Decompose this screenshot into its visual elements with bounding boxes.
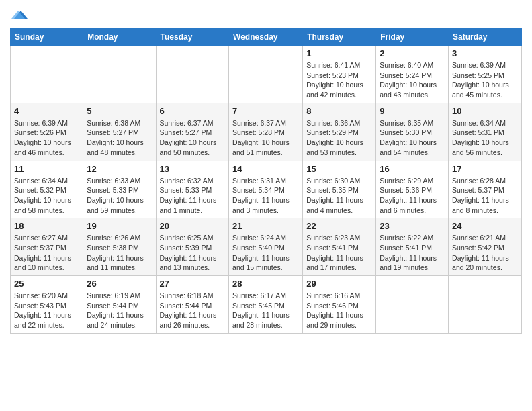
day-info: Sunrise: 6:39 AMSunset: 5:25 PMDaylight:… (452, 60, 518, 100)
calendar-cell: 24Sunrise: 6:21 AMSunset: 5:42 PMDayligh… (449, 218, 522, 276)
day-info: Sunrise: 6:27 AMSunset: 5:37 PMDaylight:… (14, 233, 79, 273)
calendar-week-row: 25Sunrise: 6:20 AMSunset: 5:43 PMDayligh… (11, 276, 522, 334)
calendar-cell (229, 46, 303, 103)
day-of-week-header: Sunday (11, 29, 83, 46)
calendar-cell: 4Sunrise: 6:39 AMSunset: 5:26 PMDaylight… (11, 103, 83, 161)
calendar-cell: 3Sunrise: 6:39 AMSunset: 5:25 PMDaylight… (449, 46, 522, 103)
day-of-week-header: Thursday (303, 29, 376, 46)
day-number: 22 (306, 221, 372, 231)
day-info: Sunrise: 6:20 AMSunset: 5:43 PMDaylight:… (14, 291, 79, 330)
day-number: 18 (14, 221, 79, 231)
calendar-cell: 18Sunrise: 6:27 AMSunset: 5:37 PMDayligh… (11, 218, 83, 276)
day-number: 4 (14, 106, 79, 116)
day-of-week-header: Tuesday (156, 29, 229, 46)
day-info: Sunrise: 6:21 AMSunset: 5:42 PMDaylight:… (452, 233, 518, 273)
day-info: Sunrise: 6:30 AMSunset: 5:35 PMDaylight:… (306, 176, 372, 216)
calendar-cell: 21Sunrise: 6:24 AMSunset: 5:40 PMDayligh… (229, 218, 303, 276)
day-info: Sunrise: 6:26 AMSunset: 5:38 PMDaylight:… (87, 233, 152, 273)
calendar-cell: 19Sunrise: 6:26 AMSunset: 5:38 PMDayligh… (83, 218, 156, 276)
day-number: 10 (452, 106, 518, 116)
header (10, 7, 522, 23)
calendar-cell: 20Sunrise: 6:25 AMSunset: 5:39 PMDayligh… (156, 218, 229, 276)
day-info: Sunrise: 6:34 AMSunset: 5:31 PMDaylight:… (452, 118, 518, 158)
day-info: Sunrise: 6:38 AMSunset: 5:27 PMDaylight:… (87, 118, 152, 158)
day-info: Sunrise: 6:37 AMSunset: 5:27 PMDaylight:… (160, 118, 226, 158)
day-info: Sunrise: 6:32 AMSunset: 5:33 PMDaylight:… (160, 176, 226, 216)
day-of-week-header: Saturday (449, 29, 522, 46)
calendar-cell: 11Sunrise: 6:34 AMSunset: 5:32 PMDayligh… (11, 161, 83, 218)
day-number: 6 (160, 106, 226, 116)
calendar-week-row: 11Sunrise: 6:34 AMSunset: 5:32 PMDayligh… (11, 161, 522, 218)
calendar-cell: 7Sunrise: 6:37 AMSunset: 5:28 PMDaylight… (229, 103, 303, 161)
day-number: 5 (87, 106, 152, 116)
day-info: Sunrise: 6:23 AMSunset: 5:41 PMDaylight:… (306, 233, 372, 273)
day-info: Sunrise: 6:36 AMSunset: 5:29 PMDaylight:… (306, 118, 372, 158)
calendar-cell: 29Sunrise: 6:16 AMSunset: 5:46 PMDayligh… (303, 276, 376, 334)
day-info: Sunrise: 6:22 AMSunset: 5:41 PMDaylight:… (380, 233, 445, 273)
calendar-cell (11, 46, 83, 103)
day-info: Sunrise: 6:41 AMSunset: 5:23 PMDaylight:… (306, 60, 372, 100)
day-info: Sunrise: 6:29 AMSunset: 5:36 PMDaylight:… (380, 176, 445, 216)
day-of-week-header: Monday (83, 29, 156, 46)
calendar-cell: 15Sunrise: 6:30 AMSunset: 5:35 PMDayligh… (303, 161, 376, 218)
day-number: 25 (14, 279, 79, 289)
day-number: 17 (452, 164, 518, 174)
day-info: Sunrise: 6:39 AMSunset: 5:26 PMDaylight:… (14, 118, 79, 158)
calendar-cell: 23Sunrise: 6:22 AMSunset: 5:41 PMDayligh… (376, 218, 449, 276)
day-number: 16 (380, 164, 445, 174)
logo-icon (11, 7, 28, 23)
day-number: 8 (306, 106, 372, 116)
day-number: 24 (452, 221, 518, 231)
day-number: 13 (160, 164, 226, 174)
calendar-cell: 2Sunrise: 6:40 AMSunset: 5:24 PMDaylight… (376, 46, 449, 103)
calendar-cell: 17Sunrise: 6:28 AMSunset: 5:37 PMDayligh… (449, 161, 522, 218)
day-info: Sunrise: 6:24 AMSunset: 5:40 PMDaylight:… (232, 233, 299, 273)
day-info: Sunrise: 6:16 AMSunset: 5:46 PMDaylight:… (306, 291, 372, 330)
calendar-week-row: 1Sunrise: 6:41 AMSunset: 5:23 PMDaylight… (11, 46, 522, 103)
day-info: Sunrise: 6:37 AMSunset: 5:28 PMDaylight:… (232, 118, 299, 158)
day-number: 29 (306, 279, 372, 289)
day-number: 20 (160, 221, 226, 231)
day-number: 21 (232, 221, 299, 231)
calendar-cell: 9Sunrise: 6:35 AMSunset: 5:30 PMDaylight… (376, 103, 449, 161)
calendar-cell: 26Sunrise: 6:19 AMSunset: 5:44 PMDayligh… (83, 276, 156, 334)
day-number: 19 (87, 221, 152, 231)
day-of-week-header: Wednesday (229, 29, 303, 46)
calendar-cell (156, 46, 229, 103)
calendar-week-row: 18Sunrise: 6:27 AMSunset: 5:37 PMDayligh… (11, 218, 522, 276)
calendar-cell: 12Sunrise: 6:33 AMSunset: 5:33 PMDayligh… (83, 161, 156, 218)
calendar-cell: 22Sunrise: 6:23 AMSunset: 5:41 PMDayligh… (303, 218, 376, 276)
day-number: 2 (380, 48, 445, 58)
day-number: 23 (380, 221, 445, 231)
day-info: Sunrise: 6:18 AMSunset: 5:44 PMDaylight:… (160, 291, 226, 330)
calendar-cell: 6Sunrise: 6:37 AMSunset: 5:27 PMDaylight… (156, 103, 229, 161)
day-number: 1 (306, 48, 372, 58)
calendar-table: SundayMondayTuesdayWednesdayThursdayFrid… (10, 28, 522, 334)
calendar-header-row: SundayMondayTuesdayWednesdayThursdayFrid… (11, 29, 522, 46)
day-number: 28 (232, 279, 299, 289)
day-number: 12 (87, 164, 152, 174)
day-number: 9 (380, 106, 445, 116)
calendar-cell: 1Sunrise: 6:41 AMSunset: 5:23 PMDaylight… (303, 46, 376, 103)
day-number: 7 (232, 106, 299, 116)
page: SundayMondayTuesdayWednesdayThursdayFrid… (0, 0, 532, 411)
day-info: Sunrise: 6:31 AMSunset: 5:34 PMDaylight:… (232, 176, 299, 216)
calendar-cell: 8Sunrise: 6:36 AMSunset: 5:29 PMDaylight… (303, 103, 376, 161)
calendar-week-row: 4Sunrise: 6:39 AMSunset: 5:26 PMDaylight… (11, 103, 522, 161)
day-of-week-header: Friday (376, 29, 449, 46)
calendar-cell (376, 276, 449, 334)
day-info: Sunrise: 6:35 AMSunset: 5:30 PMDaylight:… (380, 118, 445, 158)
day-number: 15 (306, 164, 372, 174)
calendar-cell: 14Sunrise: 6:31 AMSunset: 5:34 PMDayligh… (229, 161, 303, 218)
day-info: Sunrise: 6:25 AMSunset: 5:39 PMDaylight:… (160, 233, 226, 273)
calendar-cell: 27Sunrise: 6:18 AMSunset: 5:44 PMDayligh… (156, 276, 229, 334)
day-number: 3 (452, 48, 518, 58)
calendar-cell: 5Sunrise: 6:38 AMSunset: 5:27 PMDaylight… (83, 103, 156, 161)
calendar-cell (83, 46, 156, 103)
calendar-cell (449, 276, 522, 334)
day-number: 11 (14, 164, 79, 174)
day-info: Sunrise: 6:28 AMSunset: 5:37 PMDaylight:… (452, 176, 518, 216)
day-number: 14 (232, 164, 299, 174)
day-info: Sunrise: 6:40 AMSunset: 5:24 PMDaylight:… (380, 60, 445, 100)
calendar-cell: 25Sunrise: 6:20 AMSunset: 5:43 PMDayligh… (11, 276, 83, 334)
